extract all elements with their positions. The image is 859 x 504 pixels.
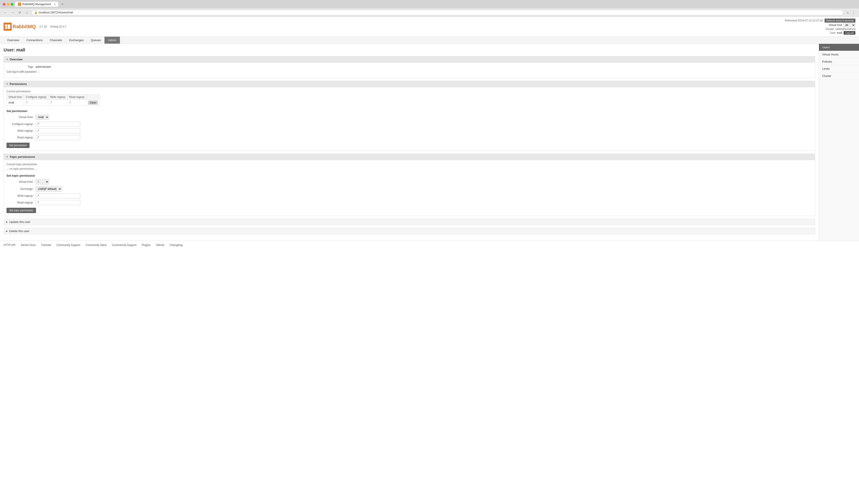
sidebar-item-policies[interactable]: Policies [819, 58, 859, 65]
logout-button[interactable]: Log out [844, 31, 856, 35]
app-header: RabbitMQ 3.7.16 Erlang 22.0.7 Refreshed … [0, 17, 859, 37]
sp-read-row: Read regexp: [6, 135, 812, 140]
sidebar-item-limits[interactable]: Limits [819, 65, 859, 73]
update-user-header[interactable]: ▶ Update this user [3, 219, 815, 225]
page-title-prefix: User: [3, 47, 16, 52]
tags-label: Tags [6, 65, 35, 68]
logo-mq: MQ [28, 24, 35, 29]
stp-write-label: Write regexp: [6, 194, 35, 197]
sp-vhost-row: Virtual Host: /mall / [6, 114, 812, 120]
back-button[interactable]: ← [3, 10, 8, 15]
sidebar-item-users[interactable]: Users [819, 44, 859, 51]
browser-toolbar: ← → ↺ ⌂ 🔒 localhost:15672/#/users/mall ☆… [0, 9, 859, 17]
delete-user-arrow: ▶ [6, 230, 8, 232]
stp-vhost-label: Virtual Host: [6, 180, 35, 183]
sp-read-input[interactable] [35, 135, 80, 140]
footer-community-slack[interactable]: Community Slack [86, 244, 106, 247]
tab-exchanges[interactable]: Exchanges [65, 37, 87, 44]
forward-button[interactable]: → [10, 10, 15, 15]
stp-vhost-row: Virtual Host: / /mall [6, 179, 812, 184]
set-permission-button[interactable]: Set permission [6, 143, 30, 148]
browser-tab[interactable]: R RabbitMQ Management × [15, 2, 58, 7]
refresh-timestamp: Refreshed 2019-07-13 22:27:26 [785, 19, 823, 22]
set-topic-permission-button[interactable]: Set topic permission [6, 208, 36, 213]
tab-admin[interactable]: Admin [104, 37, 120, 44]
sp-vhost-label: Virtual Host: [6, 116, 35, 119]
stp-read-label: Read regexp: [6, 201, 35, 204]
footer-changelog[interactable]: Changelog [169, 244, 183, 247]
close-dot[interactable] [3, 3, 5, 5]
logo-text: RabbitMQ [13, 24, 36, 30]
minimize-dot[interactable] [7, 3, 10, 5]
permissions-arrow: ▼ [6, 83, 8, 85]
footer-http-api[interactable]: HTTP API [3, 244, 15, 247]
footer-commercial-support[interactable]: Commercial Support [112, 244, 136, 247]
browser-titlebar: R RabbitMQ Management × + [0, 0, 859, 9]
perm-write: .* [48, 100, 67, 106]
page-title-user: mall [16, 47, 25, 52]
permissions-table: Virtual host Configure regexp Write rege… [6, 94, 100, 106]
permissions-section: ▼ Permissions Current permissions Virtua… [3, 81, 815, 151]
stp-exchange-select[interactable]: (AMQP default) [35, 186, 62, 192]
footer-plugins[interactable]: Plugins [142, 244, 151, 247]
reload-button[interactable]: ↺ [17, 10, 22, 15]
sp-read-label: Read regexp: [6, 136, 35, 139]
main-content: User: mall ▼ Overview Tags administrator… [0, 44, 819, 241]
sp-vhost-select[interactable]: /mall / [35, 114, 49, 120]
maximize-dot[interactable] [11, 3, 13, 5]
login-value: • [39, 71, 39, 73]
permissions-section-header[interactable]: ▼ Permissions [3, 81, 815, 87]
address-bar[interactable]: 🔒 localhost:15672/#/users/mall [31, 10, 843, 15]
col-action [86, 95, 100, 100]
login-label: Can log in with password [6, 70, 39, 73]
tab-close-btn[interactable]: × [54, 3, 56, 6]
home-button[interactable]: ⌂ [24, 10, 30, 15]
sp-configure-row: Configure regexp: [6, 122, 812, 126]
logo-rabbit: Rabbit [13, 24, 28, 29]
sidebar-item-cluster[interactable]: Cluster [819, 73, 859, 80]
set-topic-area: Set topic permission Virtual Host: / /ma… [6, 174, 812, 213]
user-value: mall [837, 31, 842, 34]
stp-vhost-select[interactable]: / /mall [35, 179, 49, 184]
overview-arrow: ▼ [6, 58, 8, 61]
overview-section-body: Tags administrator Can log in with passw… [3, 63, 815, 78]
sp-write-input[interactable] [35, 128, 80, 133]
tab-favicon: R [18, 3, 21, 6]
update-user-section: ▶ Update this user [3, 219, 815, 225]
stp-read-input[interactable] [35, 200, 80, 205]
browser-actions: ☆ ⋮ [845, 10, 856, 15]
tab-queues[interactable]: Queues [87, 37, 105, 44]
col-vhost: Virtual host [7, 95, 24, 100]
new-tab-button[interactable]: + [60, 2, 65, 7]
footer-community-support[interactable]: Community Support [57, 244, 80, 247]
topic-section-header[interactable]: ▼ Topic permissions [3, 154, 815, 160]
tab-title: RabbitMQ Management [22, 3, 51, 6]
col-write: Write regexp [48, 95, 67, 100]
sidebar-item-virtual-hosts[interactable]: Virtual Hosts [819, 51, 859, 58]
refresh-button[interactable]: Refresh every 5 seconds [825, 18, 856, 22]
sp-configure-label: Configure regexp: [6, 123, 35, 126]
clear-permission-button[interactable]: Clear [88, 101, 97, 105]
lock-icon: 🔒 [34, 11, 37, 14]
topic-title: Topic permissions [10, 155, 35, 158]
delete-user-header[interactable]: ▶ Delete this user [3, 228, 815, 234]
perm-configure: .* [24, 100, 48, 106]
footer-tutorials[interactable]: Tutorials [41, 244, 51, 247]
bookmark-button[interactable]: ☆ [845, 10, 850, 15]
nav-tabs: Overview Connections Channels Exchanges … [0, 37, 859, 44]
tab-channels[interactable]: Channels [46, 37, 65, 44]
menu-button[interactable]: ⋮ [851, 10, 856, 15]
stp-write-input[interactable] [35, 194, 80, 198]
footer-server-docs[interactable]: Server Docs [21, 244, 35, 247]
vhost-select[interactable]: All /mall [843, 23, 856, 27]
tab-overview[interactable]: Overview [3, 37, 23, 44]
footer-github[interactable]: GitHub [156, 244, 164, 247]
version-info: 3.7.16 Erlang 22.0.7 [40, 25, 66, 28]
sp-configure-input[interactable] [35, 122, 80, 126]
user-area: User mall Log out [830, 31, 856, 35]
overview-section-header[interactable]: ▼ Overview [3, 56, 815, 63]
table-row: /mall .* .* .* Clear [7, 100, 100, 106]
page-title: User: mall [3, 47, 815, 52]
update-user-title: Update this user [9, 220, 30, 224]
tab-connections[interactable]: Connections [23, 37, 46, 44]
